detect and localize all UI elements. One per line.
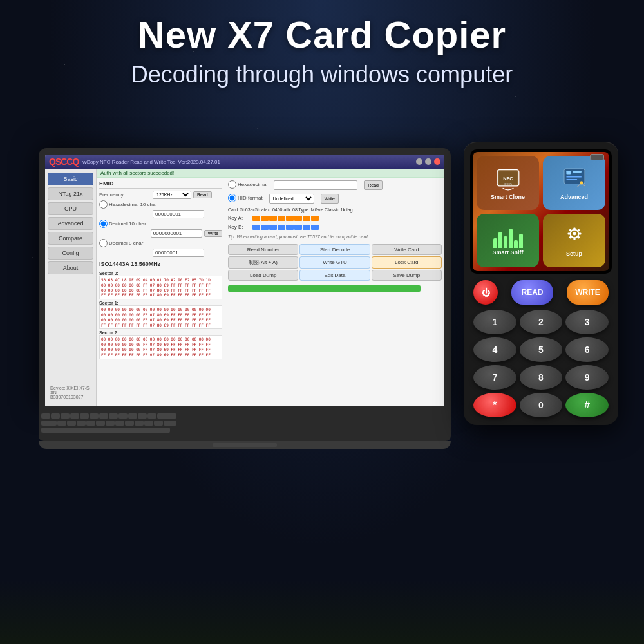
app-setup-label: Setup: [566, 251, 582, 257]
start-decode-btn[interactable]: Start Decode: [299, 244, 370, 255]
svg-rect-7: [566, 176, 582, 178]
sidebar-compare[interactable]: Compare: [48, 232, 93, 245]
app-smart-clone-label: Smart Clone: [491, 194, 525, 200]
dec8-radio[interactable]: [99, 239, 108, 247]
card-info: Card: 5b63ac5b atax: 0400 atb: 08 Type: …: [228, 207, 442, 212]
key-b-label: Key B:: [228, 224, 251, 230]
emid-title: EMID: [99, 180, 222, 189]
minimize-button[interactable]: [416, 158, 422, 165]
alt-a-btn[interactable]: 制图(Alt + A): [228, 256, 298, 269]
svg-rect-14: [567, 233, 570, 235]
svg-point-11: [573, 232, 576, 236]
edit-data-btn[interactable]: Edit Data: [299, 270, 370, 281]
window-buttons: [416, 158, 440, 165]
lock-card-btn[interactable]: Lock Card: [372, 256, 442, 269]
advanced-icon: [561, 166, 588, 193]
num-0[interactable]: 0: [520, 393, 563, 417]
load-dump-btn[interactable]: Load Dump: [228, 270, 298, 281]
key-b-row: Key B:: [228, 224, 442, 230]
num-6[interactable]: 6: [565, 337, 609, 362]
app-smart-sniff-label: Smart Sniff: [492, 249, 523, 256]
software-ui: QSCCQ wCopy NFC Reader Read and Write To…: [45, 155, 444, 406]
software-main: Auth with all sectors succeeded! EMID Fr…: [97, 169, 444, 406]
iso-title: ISO14443A 13.560MHz: [99, 261, 222, 269]
sidebar-basic[interactable]: Basic: [48, 173, 93, 185]
sidebar-about[interactable]: About: [48, 261, 93, 274]
hash-button[interactable]: #: [565, 393, 609, 417]
num-9[interactable]: 9: [565, 365, 609, 390]
dec10-radio[interactable]: [99, 220, 108, 228]
svg-rect-15: [578, 233, 581, 235]
write-card-btn[interactable]: Write Card: [372, 244, 442, 255]
device-screen-wrapper: NFC RFID Smart Clone: [470, 149, 612, 274]
sidebar-cpu[interactable]: CPU: [48, 202, 93, 215]
setup-icon: [562, 223, 587, 249]
left-panel: EMID Frequency 125KHz Read: [97, 178, 225, 406]
sidebar-config[interactable]: Config: [48, 247, 93, 260]
key-a-label: Key A:: [228, 215, 251, 221]
hex-read-btn[interactable]: Read: [364, 180, 383, 190]
svg-rect-5: [566, 171, 571, 174]
dec10-radio-row: Decimal 10 char: [99, 220, 222, 228]
num-8[interactable]: 8: [520, 365, 563, 390]
svg-rect-12: [573, 228, 575, 231]
hex-radio[interactable]: [228, 180, 236, 189]
num-1[interactable]: 1: [473, 310, 516, 334]
write-button-device[interactable]: WRITE: [567, 280, 609, 305]
svg-rect-13: [573, 238, 575, 240]
star-button[interactable]: *: [473, 393, 516, 417]
num-2[interactable]: 2: [520, 310, 563, 334]
software-titlebar: QSCCQ wCopy NFC Reader Read and Write To…: [45, 155, 444, 169]
read-button-device[interactable]: READ: [511, 280, 553, 305]
software-body: Basic NTag 21x CPU Advanced Compare Conf…: [45, 169, 444, 406]
dec10-input[interactable]: [151, 229, 202, 238]
save-dump-btn[interactable]: Save Dump: [372, 270, 442, 281]
tip-text: Tip: When writing a card, you must use T…: [228, 234, 442, 239]
hex10-radio-row: Hexadecimal 10 char: [99, 200, 222, 209]
num-7[interactable]: 7: [473, 365, 516, 390]
device-body: NFC RFID Smart Clone: [464, 142, 618, 425]
laptop-screen: QSCCQ wCopy NFC Reader Read and Write To…: [45, 155, 444, 406]
svg-text:RFID: RFID: [504, 182, 512, 186]
hex10-radio[interactable]: [99, 200, 108, 209]
read-number-btn[interactable]: Read Number: [228, 244, 298, 255]
hid-write-btn[interactable]: Write: [321, 194, 339, 204]
write-button[interactable]: Write: [204, 230, 222, 237]
num-3[interactable]: 3: [565, 310, 609, 334]
software-sidebar: Basic NTag 21x CPU Advanced Compare Conf…: [45, 169, 97, 406]
hid-radio[interactable]: [228, 194, 236, 202]
app-advanced[interactable]: Advanced: [543, 156, 605, 210]
trackpad[interactable]: [213, 443, 277, 447]
freq-select[interactable]: 125KHz: [153, 191, 191, 199]
app-smart-clone[interactable]: NFC RFID Smart Clone: [477, 156, 539, 210]
ground: [0, 580, 644, 644]
app-smart-sniff[interactable]: Smart Sniff: [477, 214, 539, 268]
sidebar-advanced[interactable]: Advanced: [48, 217, 93, 230]
action-buttons: Read Number Start Decode Write Card 制图(A…: [228, 244, 442, 281]
sector0-data: 5B 63 AC U8 9F 09 04 00 01 70 A2 90 F2 B…: [99, 276, 222, 299]
app-setup[interactable]: Setup: [543, 214, 605, 268]
maximize-button[interactable]: [425, 158, 431, 165]
hex10-input[interactable]: [153, 210, 204, 218]
format-toggles: Hexadecimal Read: [228, 180, 442, 190]
title-section: New X7 Card Copier Decoding through wind…: [0, 13, 644, 88]
hid-row: HID format Undefined Write: [228, 194, 442, 204]
hex-input[interactable]: [274, 180, 357, 190]
svg-rect-6: [573, 171, 581, 173]
close-button[interactable]: [434, 158, 440, 165]
num-4[interactable]: 4: [473, 337, 516, 362]
software-title: wCopy NFC Reader Read and Write Tool Ver…: [82, 159, 220, 165]
hid-select[interactable]: Undefined: [269, 194, 314, 204]
sector2-data: 00 00 00 00 00 00 00 00 00 00 00 00 00 0…: [99, 335, 222, 359]
sidebar-ntag[interactable]: NTag 21x: [48, 187, 93, 200]
read-button[interactable]: Read: [193, 191, 212, 198]
sniff-bars-graphic: [493, 225, 523, 248]
num-5[interactable]: 5: [520, 337, 563, 362]
power-button[interactable]: ⏻: [473, 280, 498, 305]
nfc-icon: NFC RFID: [495, 166, 522, 193]
write-gtu-btn[interactable]: Write GTU: [299, 256, 370, 269]
sidebar-device-info: Device: XIXEI X7-S SN B339703193027: [48, 383, 93, 402]
dec8-input[interactable]: [153, 249, 204, 257]
app-advanced-label: Advanced: [560, 194, 588, 200]
key-a-blocks: [252, 216, 319, 221]
